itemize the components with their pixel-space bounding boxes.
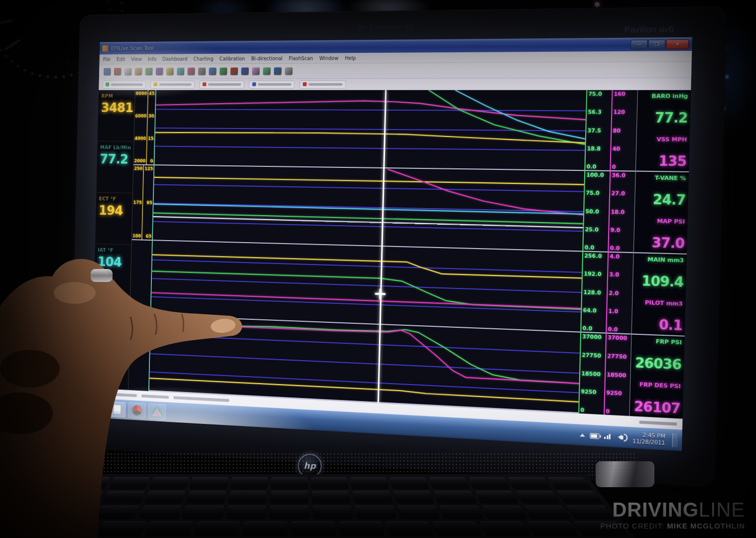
keyboard-key[interactable] (139, 506, 182, 518)
menu-flashscan[interactable]: FlashScan (289, 55, 313, 61)
keyboard-key[interactable] (149, 477, 189, 488)
show-desktop-button[interactable] (672, 433, 678, 447)
keyboard-key[interactable] (429, 477, 470, 488)
keyboard-key[interactable] (393, 491, 434, 503)
keyboard-key[interactable] (190, 477, 228, 488)
keyboard-key[interactable] (439, 506, 484, 518)
taskbar-app-tuner[interactable] (148, 404, 166, 420)
keyboard-key[interactable] (98, 522, 146, 535)
chart-pane-2[interactable] (153, 165, 584, 252)
keyboard-key[interactable] (355, 506, 396, 518)
taskbar-app-explorer[interactable] (108, 402, 126, 417)
keyboard-key[interactable] (228, 491, 267, 503)
keyboard-key[interactable] (350, 477, 388, 488)
keyboard-key[interactable] (475, 491, 518, 503)
keyboard-key[interactable] (291, 522, 336, 535)
keyboard-key[interactable] (353, 491, 392, 503)
toolbar-icon[interactable] (135, 68, 142, 75)
network-icon[interactable] (604, 434, 611, 439)
minimize-button[interactable]: — (630, 39, 648, 49)
keyboard-key[interactable] (480, 522, 530, 535)
close-button[interactable]: ✕ (666, 39, 689, 49)
chart-crosshair[interactable]: + (373, 293, 387, 294)
toolbar-icon[interactable] (209, 67, 216, 75)
keyboard-key[interactable] (270, 491, 309, 503)
keyboard-key[interactable] (182, 506, 224, 518)
keyboard-key[interactable] (186, 491, 226, 503)
taskbar-app-logger[interactable] (128, 403, 145, 419)
keyboard-key[interactable] (269, 506, 309, 518)
log-tab[interactable] (199, 80, 245, 89)
toolbar-icon[interactable] (177, 67, 184, 75)
toolbar-icon[interactable] (145, 68, 153, 75)
keyboard-key[interactable] (556, 491, 602, 503)
keyboard-key[interactable] (508, 477, 551, 488)
menu-view[interactable]: View (131, 56, 142, 62)
keyboard-key[interactable] (271, 477, 308, 488)
keyboard-key[interactable] (0, 477, 31, 488)
keyboard-key[interactable] (146, 522, 193, 535)
toolbar-icon[interactable] (252, 67, 260, 75)
menu-bidirectional[interactable]: Bi-directional (251, 56, 282, 61)
keyboard-key[interactable] (0, 522, 52, 535)
keyboard-key[interactable] (526, 522, 578, 535)
log-tab[interactable] (150, 80, 195, 89)
keyboard-key[interactable] (144, 491, 186, 503)
battery-icon[interactable] (590, 433, 600, 439)
toolbar-icon[interactable] (166, 67, 174, 75)
keyboard-key[interactable] (547, 477, 591, 488)
keyboard-key[interactable] (194, 522, 240, 535)
keyboard-key[interactable] (103, 491, 145, 503)
hidden-icons-chevron[interactable] (580, 433, 586, 437)
keyboard-key[interactable] (60, 491, 104, 503)
toolbar-icon[interactable] (231, 67, 238, 75)
start-button[interactable] (93, 402, 106, 415)
menu-window[interactable]: Window (319, 55, 339, 61)
volume-icon[interactable] (616, 433, 628, 441)
keyboard-key[interactable] (68, 477, 110, 488)
toolbar-icon[interactable] (274, 67, 282, 75)
chart-pane-1[interactable] (154, 90, 586, 171)
keyboard-key[interactable] (312, 491, 351, 503)
clock[interactable]: 2:45 PM 11/28/2011 (632, 431, 665, 446)
toolbar-icon[interactable] (198, 67, 206, 75)
log-tab[interactable] (249, 80, 295, 89)
keyboard-key[interactable] (231, 477, 268, 488)
keyboard-key[interactable] (243, 522, 287, 535)
toolbar-icon[interactable] (187, 67, 195, 75)
keyboard-key[interactable] (18, 491, 63, 503)
menu-dashboard[interactable]: Dashboard (162, 56, 187, 62)
keyboard-key[interactable] (515, 491, 560, 503)
keyboard-key[interactable] (432, 522, 481, 535)
chart-area[interactable]: + (148, 90, 588, 413)
keyboard-key[interactable] (109, 477, 150, 488)
keyboard-key[interactable] (49, 522, 99, 535)
keyboard-key[interactable] (397, 506, 440, 518)
keyboard-key[interactable] (482, 506, 527, 518)
menu-charting[interactable]: Charting (193, 56, 213, 61)
keyboard-key[interactable] (385, 522, 433, 535)
keyboard-key[interactable] (8, 506, 55, 518)
menu-edit[interactable]: Edit (117, 56, 126, 62)
menu-help[interactable]: Help (345, 55, 356, 61)
menu-info[interactable]: Info (148, 56, 157, 62)
keyboard-key[interactable] (226, 506, 266, 518)
keyboard-key[interactable] (311, 477, 348, 488)
toolbar-icon[interactable] (125, 68, 132, 75)
keyboard-key[interactable] (52, 506, 97, 518)
keyboard-key[interactable] (312, 506, 353, 518)
toolbar-icon[interactable] (285, 67, 293, 75)
menu-file[interactable]: File (103, 56, 111, 62)
toolbar-icon[interactable] (241, 67, 249, 75)
keyboard-key[interactable] (469, 477, 510, 488)
log-tab[interactable] (103, 80, 146, 88)
toolbar-icon[interactable] (114, 68, 122, 75)
toolbar-icon[interactable] (104, 68, 111, 75)
keyboard-key[interactable] (338, 522, 384, 535)
keyboard-key[interactable] (95, 506, 139, 518)
keyboard-key[interactable] (434, 491, 476, 503)
keyboard-key[interactable] (524, 506, 571, 518)
toolbar-icon[interactable] (263, 67, 271, 75)
keyboard-key[interactable] (389, 477, 429, 488)
toolbar-icon[interactable] (156, 68, 163, 75)
